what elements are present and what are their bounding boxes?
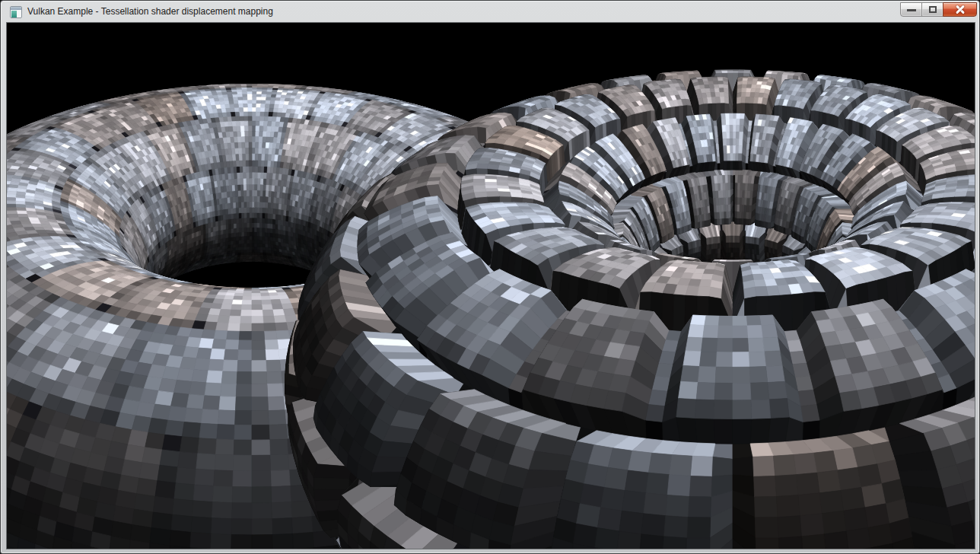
title-bar[interactable]: Vulkan Example - Tessellation shader dis…	[2, 2, 978, 22]
minimize-icon	[907, 9, 916, 11]
window-title: Vulkan Example - Tessellation shader dis…	[27, 2, 273, 22]
minimize-button[interactable]	[900, 2, 922, 17]
maximize-icon	[929, 6, 937, 13]
app-icon[interactable]	[10, 6, 22, 18]
close-icon	[953, 3, 967, 17]
app-icon-pane	[11, 11, 17, 18]
render-viewport	[6, 22, 975, 549]
close-button[interactable]	[943, 2, 977, 17]
render-canvas[interactable]	[7, 23, 975, 549]
window-controls	[901, 2, 977, 17]
maximize-button[interactable]	[921, 2, 943, 17]
app-icon-titlebar	[11, 7, 21, 10]
app-window: Vulkan Example - Tessellation shader dis…	[0, 0, 980, 554]
